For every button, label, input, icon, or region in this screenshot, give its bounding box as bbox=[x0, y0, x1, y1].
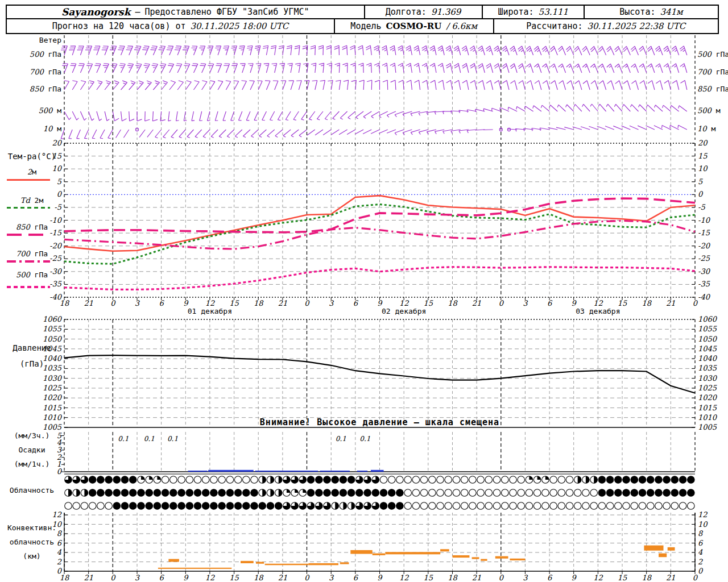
precip-3h-value: 0.1 bbox=[118, 435, 129, 443]
cloud-symbol bbox=[234, 489, 242, 497]
cloud-symbol bbox=[461, 489, 468, 497]
cloud-symbol bbox=[396, 476, 404, 484]
model-segment: Модель COSMO-RU / 6.6км bbox=[335, 19, 493, 33]
convective-axis-label-right: 8 bbox=[698, 529, 704, 538]
wind-level-unit: м bbox=[57, 124, 61, 133]
legend-td-label: Td 2м bbox=[2, 197, 61, 205]
wind-level-value: 500 bbox=[697, 106, 712, 115]
legend-500-label: 500 гПа bbox=[2, 271, 61, 279]
cloud-symbol bbox=[510, 502, 517, 510]
cloudiness-panel-title: Облачность bbox=[2, 487, 61, 494]
cloud-symbol bbox=[493, 489, 500, 497]
convective-cloud-bar bbox=[510, 559, 525, 560]
cloud-symbol-fill bbox=[279, 489, 282, 497]
cloud-symbol bbox=[364, 489, 371, 497]
latitude-label: Широта: bbox=[498, 7, 533, 17]
cloud-symbol bbox=[655, 476, 663, 484]
legend-unit: гПа bbox=[35, 250, 48, 258]
longitude-value: 91.369 bbox=[431, 7, 461, 17]
bottom-hour-label: 15 bbox=[618, 573, 627, 582]
cloud-symbol bbox=[154, 489, 161, 497]
cloud-symbol bbox=[477, 489, 485, 497]
hour-label: 6 bbox=[159, 299, 164, 307]
bottom-hour-label: 9 bbox=[572, 573, 577, 582]
cloud-symbol bbox=[623, 476, 630, 484]
cloud-symbol bbox=[226, 489, 234, 497]
cloud-symbol bbox=[234, 476, 242, 484]
cloud-symbol bbox=[194, 502, 201, 510]
cloud-symbol bbox=[65, 502, 72, 510]
date-label: 01 декабря bbox=[188, 307, 232, 315]
bottom-hour-label: 3 bbox=[329, 573, 334, 582]
date-label: 02 декабря bbox=[382, 307, 426, 315]
bottom-hour-label: 0 bbox=[110, 573, 116, 582]
bottom-hour-label: 6 bbox=[353, 573, 359, 582]
bottom-hour-label: 0 bbox=[304, 573, 310, 582]
bottom-hour-label: 0 bbox=[499, 573, 504, 582]
convective-cloud-bar bbox=[495, 556, 508, 559]
hour-label: 15 bbox=[424, 299, 433, 307]
wind-level-value: 10 bbox=[43, 124, 53, 133]
pressure-panel-units: (гПа) bbox=[2, 360, 61, 368]
cloud-symbol bbox=[81, 502, 88, 510]
pressure-axis-label-right: 1015 bbox=[698, 404, 717, 412]
cloud-symbol bbox=[404, 476, 412, 484]
cloud-symbol bbox=[186, 489, 193, 497]
cloud-symbol bbox=[518, 502, 525, 510]
cloud-symbol bbox=[542, 502, 549, 510]
cloud-symbol bbox=[429, 476, 436, 484]
hour-label: 18 bbox=[448, 299, 458, 307]
cloud-symbol bbox=[340, 489, 347, 497]
bottom-hour-label: 6 bbox=[547, 573, 553, 582]
pressure-axis-label-right: 1010 bbox=[698, 413, 718, 422]
cloud-symbol bbox=[631, 502, 638, 510]
cloud-symbol bbox=[194, 489, 201, 497]
hour-label: 0 bbox=[499, 299, 504, 307]
cloud-symbol bbox=[542, 489, 549, 497]
cloud-symbol bbox=[598, 489, 606, 497]
cloud-symbol bbox=[429, 489, 436, 497]
precip-3h-value: 0.1 bbox=[167, 435, 178, 443]
precip-bar bbox=[320, 471, 350, 472]
cloud-symbol bbox=[113, 489, 121, 497]
convective-cloud-bar bbox=[158, 568, 231, 569]
wind-level-500m-left: 500 м bbox=[5, 107, 61, 115]
cloud-symbol bbox=[380, 502, 387, 510]
cloud-symbol bbox=[437, 502, 444, 510]
convective-title-1: Конвективн. bbox=[2, 524, 61, 532]
cloud-symbol bbox=[194, 476, 201, 484]
header: Sayanogorsk — Предоставлено ФГБУ "ЗапСиб… bbox=[6, 5, 719, 34]
cloud-symbol bbox=[502, 489, 509, 497]
cloud-symbol-fill bbox=[279, 476, 282, 484]
cloud-symbol bbox=[316, 476, 323, 484]
cloud-symbol bbox=[243, 502, 250, 510]
cloud-symbol bbox=[647, 502, 654, 510]
temp-axis-label-right: -15 bbox=[698, 228, 710, 237]
convective-cloud-bar bbox=[340, 562, 349, 564]
hour-label: 6 bbox=[547, 299, 553, 307]
cloud-symbol-fill bbox=[157, 476, 160, 480]
cloud-symbol bbox=[170, 489, 177, 497]
cloud-symbol bbox=[170, 476, 177, 484]
cloud-symbol bbox=[631, 476, 638, 484]
hour-label: 18 bbox=[254, 299, 264, 307]
cloud-symbol bbox=[606, 476, 614, 484]
convective-title-2: облачность bbox=[2, 538, 61, 546]
bottom-hour-label: 9 bbox=[377, 573, 383, 582]
cloud-symbol bbox=[89, 489, 96, 497]
hour-label: 21 bbox=[472, 299, 482, 307]
cloud-symbol bbox=[445, 489, 452, 497]
cloud-symbol-fill bbox=[303, 489, 306, 493]
legend-value: 850 bbox=[16, 223, 30, 231]
temp-axis-label-right: -20 bbox=[698, 242, 711, 250]
calc-time: 30.11.2025 22:38 UTC bbox=[588, 21, 686, 31]
legend-td-line bbox=[7, 207, 50, 209]
hour-label: 3 bbox=[523, 299, 528, 307]
temp-axis-label-right: -30 bbox=[698, 267, 711, 276]
cloud-symbol bbox=[396, 502, 404, 510]
temp-axis-label-right: -10 bbox=[698, 216, 711, 225]
hour-label: 9 bbox=[377, 299, 383, 307]
precipitation-panel: 5432100.10.10.10.10.1 bbox=[57, 431, 695, 476]
cloud-symbol-fill bbox=[351, 502, 355, 510]
cloud-symbol bbox=[251, 476, 258, 484]
